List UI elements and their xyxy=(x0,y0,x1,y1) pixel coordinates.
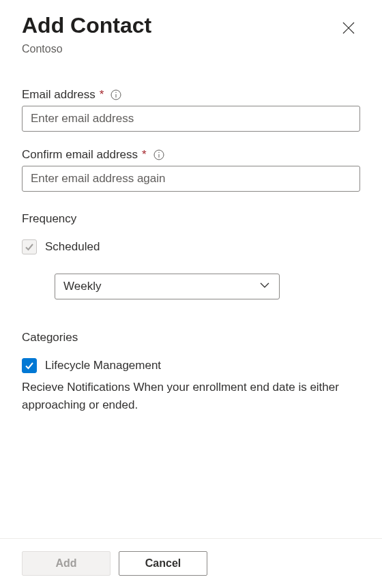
lifecycle-label: Lifecycle Management xyxy=(45,359,161,372)
close-button[interactable] xyxy=(337,16,360,42)
add-contact-panel: Add Contact Contoso Email address * xyxy=(0,0,382,588)
email-label: Email address xyxy=(22,88,96,102)
lifecycle-row: Lifecycle Management xyxy=(22,358,360,373)
frequency-dropdown[interactable]: Weekly xyxy=(55,274,280,299)
chevron-down-icon xyxy=(259,279,271,295)
lifecycle-description: Recieve Notifications When your enrollme… xyxy=(22,379,360,413)
confirm-email-field-group: Confirm email address * xyxy=(22,148,360,192)
svg-point-6 xyxy=(158,152,159,153)
svg-point-3 xyxy=(116,92,117,93)
add-button[interactable]: Add xyxy=(22,551,111,576)
panel-subtitle: Contoso xyxy=(22,43,360,55)
categories-label: Categories xyxy=(22,331,360,344)
email-input[interactable] xyxy=(22,106,360,132)
email-field-group: Email address * xyxy=(22,88,360,132)
confirm-email-label-row: Confirm email address * xyxy=(22,148,360,162)
confirm-email-input[interactable] xyxy=(22,166,360,192)
close-icon xyxy=(342,26,355,36)
frequency-label: Frequency xyxy=(22,212,360,226)
required-mark: * xyxy=(100,88,104,102)
required-mark: * xyxy=(142,148,147,162)
panel-footer: Add Cancel xyxy=(0,538,382,588)
panel-header: Add Contact xyxy=(22,12,360,42)
cancel-button[interactable]: Cancel xyxy=(119,551,207,576)
email-label-row: Email address * xyxy=(22,88,360,102)
scheduled-checkbox xyxy=(22,239,37,254)
lifecycle-checkbox[interactable] xyxy=(22,358,37,373)
panel-title: Add Contact xyxy=(22,12,151,38)
info-icon[interactable] xyxy=(111,89,121,100)
scheduled-label: Scheduled xyxy=(45,240,100,254)
categories-section: Categories Lifecycle Management Recieve … xyxy=(22,327,360,413)
frequency-dropdown-value: Weekly xyxy=(63,280,101,293)
scheduled-row: Scheduled xyxy=(22,239,360,254)
info-icon[interactable] xyxy=(153,149,164,160)
confirm-email-label: Confirm email address xyxy=(22,148,138,162)
